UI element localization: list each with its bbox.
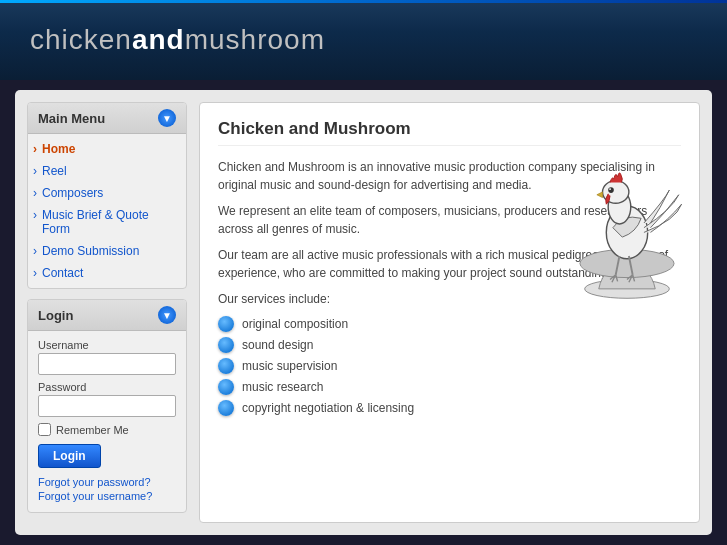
- service-icon-2: [218, 337, 234, 353]
- login-label: Login: [38, 308, 73, 323]
- service-text-5: copyright negotiation & licensing: [242, 401, 414, 415]
- main-menu-label: Main Menu: [38, 111, 105, 126]
- service-icon-1: [218, 316, 234, 332]
- site-title: chickenandmushroom: [30, 24, 325, 56]
- service-text-4: music research: [242, 380, 323, 394]
- login-section: Login ▼ Username Password Remember Me Lo…: [27, 299, 187, 513]
- service-item-2: sound design: [218, 337, 681, 353]
- title-and: and: [132, 24, 185, 55]
- password-input[interactable]: [38, 395, 176, 417]
- sidebar-item-music-brief[interactable]: Music Brief & Quote Form: [28, 204, 186, 240]
- main-wrapper: Main Menu ▼ Home Reel Composers Music Br…: [15, 90, 712, 535]
- sidebar-item-demo-submission[interactable]: Demo Submission: [28, 240, 186, 262]
- service-text-3: music supervision: [242, 359, 337, 373]
- service-icon-3: [218, 358, 234, 374]
- sidebar-item-reel[interactable]: Reel: [28, 160, 186, 182]
- sidebar-item-composers[interactable]: Composers: [28, 182, 186, 204]
- service-text-1: original composition: [242, 317, 348, 331]
- service-item-5: copyright negotiation & licensing: [218, 400, 681, 416]
- sidebar: Main Menu ▼ Home Reel Composers Music Br…: [27, 102, 187, 523]
- username-group: Username: [38, 339, 176, 375]
- svg-point-6: [609, 188, 611, 190]
- rooster-illustration: [567, 143, 687, 303]
- login-button[interactable]: Login: [38, 444, 101, 468]
- sidebar-item-contact[interactable]: Contact: [28, 262, 186, 284]
- remember-me-checkbox[interactable]: [38, 423, 51, 436]
- service-icon-4: [218, 379, 234, 395]
- main-content: Chicken and Mushroom: [199, 102, 700, 523]
- main-menu-section: Main Menu ▼ Home Reel Composers Music Br…: [27, 102, 187, 289]
- forgot-username-link[interactable]: Forgot your username?: [38, 490, 176, 502]
- service-text-2: sound design: [242, 338, 313, 352]
- login-icon: ▼: [158, 306, 176, 324]
- service-item-1: original composition: [218, 316, 681, 332]
- service-icon-5: [218, 400, 234, 416]
- remember-label: Remember Me: [56, 424, 129, 436]
- sidebar-navigation: Home Reel Composers Music Brief & Quote …: [28, 134, 186, 288]
- username-input[interactable]: [38, 353, 176, 375]
- page-header: chickenandmushroom: [0, 0, 727, 80]
- content-title: Chicken and Mushroom: [218, 119, 681, 146]
- title-part2: mushroom: [185, 24, 325, 55]
- sidebar-item-home[interactable]: Home: [28, 138, 186, 160]
- service-item-3: music supervision: [218, 358, 681, 374]
- login-form: Username Password Remember Me Login Forg…: [28, 331, 186, 512]
- title-part1: chicken: [30, 24, 132, 55]
- svg-point-5: [608, 187, 614, 193]
- username-label: Username: [38, 339, 176, 351]
- forgot-password-link[interactable]: Forgot your password?: [38, 476, 176, 488]
- main-menu-header: Main Menu ▼: [28, 103, 186, 134]
- password-group: Password: [38, 381, 176, 417]
- service-item-4: music research: [218, 379, 681, 395]
- menu-icon: ▼: [158, 109, 176, 127]
- remember-row: Remember Me: [38, 423, 176, 436]
- login-header: Login ▼: [28, 300, 186, 331]
- services-list: original composition sound design music …: [218, 316, 681, 416]
- password-label: Password: [38, 381, 176, 393]
